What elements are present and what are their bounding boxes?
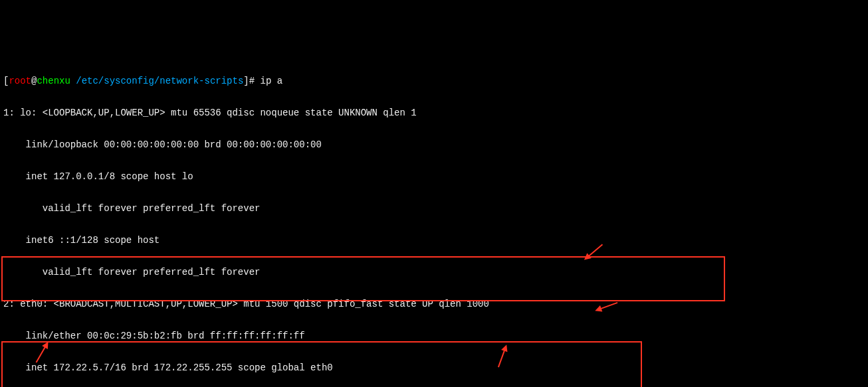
output-line: inet6 ::1/128 scope host: [3, 235, 865, 246]
prompt-host: chenxu: [37, 76, 70, 86]
prompt-line-1: [root@chenxu /etc/sysconfig/network-scri…: [3, 76, 865, 86]
arrow-icon: [587, 244, 603, 258]
terminal[interactable]: [root@chenxu /etc/sysconfig/network-scri…: [0, 53, 868, 387]
bracket-close: ]#: [243, 76, 260, 86]
highlight-box-slaves: [1, 256, 725, 301]
output-line: 1: lo: <LOOPBACK,UP,LOWER_UP> mtu 65536 …: [3, 108, 865, 118]
prompt-path: /etc/sysconfig/network-scripts: [70, 76, 243, 86]
output-line: link/ether 00:0c:29:5b:b2:fb brd ff:ff:f…: [3, 331, 865, 341]
output-line: valid_lft forever preferred_lft forever: [3, 203, 865, 214]
prompt-user: root: [9, 76, 31, 86]
arrow-icon: [36, 345, 47, 363]
prompt-command: ip a: [261, 76, 283, 86]
output-line: valid_lft forever preferred_lft forever: [3, 267, 865, 277]
output-line: inet 172.22.5.7/16 brd 172.22.255.255 sc…: [3, 362, 865, 373]
output-line: inet 127.0.0.1/8 scope host lo: [3, 171, 865, 182]
output-line: link/loopback 00:00:00:00:00:00 brd 00:0…: [3, 139, 865, 150]
output-line: 2: eth0: <BROADCAST,MULTICAST,UP,LOWER_U…: [3, 299, 865, 309]
